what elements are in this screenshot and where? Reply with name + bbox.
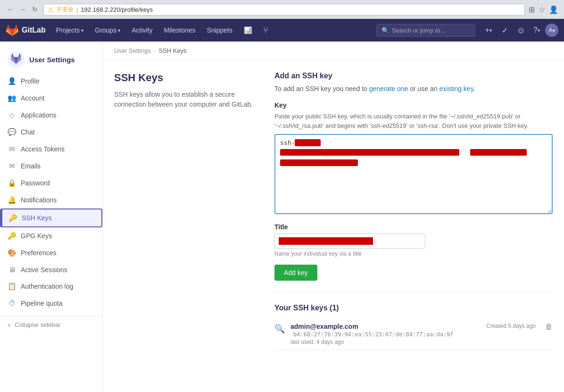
add-section-description: To add an SSH key you need to generate o… [274,84,553,94]
ssh-key-row: 🔍 admin@example.com b4:68:2f:7b:39:94:ea… [274,318,553,350]
warning-icon: ⚠ [48,6,54,13]
chevron-down-icon: ▾ [118,28,120,33]
sidebar-title: User Settings [29,56,75,64]
nav-groups[interactable]: Groups ▾ [90,19,125,42]
chat-icon: 💬 [8,128,16,136]
page-title: SSH Keys [114,72,256,84]
delete-key-button[interactable]: 🗑 [545,323,553,331]
add-ssh-key-section: Add an SSH key To add an SSH key you nee… [274,72,553,281]
nav-search[interactable]: 🔍 Search or jump to... [376,24,475,37]
key-name: admin@example.com [290,323,358,330]
nav-issues-icon[interactable]: ⊙ [513,23,528,38]
collapse-icon: « [8,321,11,328]
title-input[interactable] [274,234,425,249]
key-fingerprint-icon: 🔍 [274,324,285,334]
sidebar-item-auth-log[interactable]: 📋 Authentication log [0,278,102,295]
search-placeholder: Search or jump to... [392,27,445,34]
profile-icon[interactable]: 👤 [549,5,558,14]
forward-button[interactable]: → [18,5,27,14]
page-description: SSH keys allow you to establish a secure… [114,90,256,109]
nav-milestones[interactable]: Milestones [159,19,200,42]
nav-projects[interactable]: Projects ▾ [51,19,89,42]
nav-activity[interactable]: Activity [127,19,157,42]
gpg-keys-icon: 🔑 [8,232,16,240]
reload-button[interactable]: ↻ [30,5,40,14]
nav-help-button[interactable]: ?▾ [529,23,544,38]
title-hint: Name your individual key via a title [274,250,553,257]
sidebar-item-password[interactable]: 🔒 Password [0,175,102,192]
nav-chart-icon[interactable]: 📊 [239,19,257,42]
nav-todo-icon[interactable]: ✓ [497,23,512,38]
gitlab-logo[interactable]: GitLab [6,24,46,37]
sidebar-item-chat[interactable]: 💬 Chat [0,124,102,141]
gitlab-navbar: GitLab Projects ▾ Groups ▾ Activity Mile… [0,19,564,42]
gitlab-logo-text: GitLab [22,26,46,34]
content-left-panel: SSH Keys SSH keys allow you to establish… [114,72,256,350]
sidebar-item-ssh-keys[interactable]: 🔑 SSH Keys [0,209,102,227]
your-ssh-keys-section: Your SSH keys (1) 🔍 admin@example.com b4… [274,304,553,350]
access-tokens-icon: ✉ [8,145,16,153]
translate-icon[interactable]: ⊞ [529,5,535,14]
nav-icons-right: +▾ ✓ ⊙ ?▾ A▾ [481,23,558,38]
nav-snippets[interactable]: Snippets [202,19,237,42]
address-bar[interactable]: ⚠ 不安全 | 192.168.2.220/profile/keys [43,4,525,16]
sidebar-item-access-tokens[interactable]: ✉ Access Tokens [0,141,102,158]
generate-one-link[interactable]: generate one [369,85,408,92]
key-field-description: Paste your public SSH key, which is usua… [274,112,553,130]
existing-key-link[interactable]: existing key [440,85,473,92]
sidebar-item-pipeline-quota[interactable]: ⏱ Pipeline quota [0,295,102,311]
password-icon: 🔒 [8,179,16,187]
sidebar: User Settings 👤 Profile 👥 Account ◇ Appl… [0,42,103,392]
browser-icons: ⊞ ☆ 👤 [529,5,558,14]
breadcrumb-current: SSH Keys [158,47,186,54]
address-separator: | [76,6,78,13]
your-keys-title: Your SSH keys (1) [274,304,553,312]
title-field-label: Title [274,223,553,231]
profile-icon: 👤 [8,77,16,85]
nav-fork-icon[interactable]: ⑂ [258,19,273,42]
sidebar-item-profile[interactable]: 👤 Profile [0,73,102,90]
nav-plus-button[interactable]: +▾ [481,23,496,38]
breadcrumb-separator: › [154,47,156,54]
key-info: admin@example.com b4:68:2f:7b:39:94:ea:5… [290,323,481,345]
notifications-icon: 🔔 [8,196,16,204]
content-area: User Settings › SSH Keys SSH Keys SSH ke… [103,42,564,392]
chevron-down-icon: ▾ [81,28,83,33]
content-right-panel: Add an SSH key To add an SSH key you nee… [274,72,553,350]
key-last-used: last used: 4 days ago [290,339,481,345]
sidebar-item-applications[interactable]: ◇ Applications [0,107,102,124]
key-fingerprint: b4:68:2f:7b:39:94:ea:55:23:67:de:84:77:a… [293,331,454,338]
address-text: 192.168.2.220/profile/keys [81,6,153,13]
sidebar-item-gpg-keys[interactable]: 🔑 GPG Keys [0,227,102,244]
add-section-title: Add an SSH key [274,72,553,80]
browser-navigation: ← → ↻ [6,5,40,14]
applications-icon: ◇ [8,111,16,119]
pipeline-quota-icon: ⏱ [8,299,16,307]
add-key-button[interactable]: Add key [274,265,317,281]
sidebar-item-notifications[interactable]: 🔔 Notifications [0,192,102,209]
back-button[interactable]: ← [6,5,15,14]
ssh-keys-icon: 🔑 [8,214,17,222]
bookmark-icon[interactable]: ☆ [539,5,545,14]
content-inner: SSH Keys SSH keys allow you to establish… [103,60,564,362]
active-sessions-icon: 🖥 [8,266,16,274]
collapse-sidebar-button[interactable]: « Collapse sidebar [0,316,102,333]
sidebar-item-account[interactable]: 👥 Account [0,90,102,107]
account-icon: 👥 [8,94,16,102]
auth-log-icon: 📋 [8,282,16,291]
sidebar-header: User Settings [0,42,102,73]
key-field-label: Key [274,101,553,109]
sidebar-item-active-sessions[interactable]: 🖥 Active Sessions [0,261,102,278]
main-layout: User Settings 👤 Profile 👥 Account ◇ Appl… [0,42,564,392]
search-icon: 🔍 [382,27,389,34]
browser-bar: ← → ↻ ⚠ 不安全 | 192.168.2.220/profile/keys… [0,0,564,19]
sidebar-item-preferences[interactable]: 🎨 Preferences [0,244,102,261]
sidebar-item-emails[interactable]: ✉ Emails [0,158,102,175]
breadcrumb-parent[interactable]: User Settings [114,47,151,54]
key-created: Created 5 days ago [486,323,536,329]
nav-user-avatar[interactable]: A▾ [545,24,558,37]
emails-icon: ✉ [8,162,16,170]
warning-text: 不安全 [57,6,74,14]
ssh-key-textarea[interactable]: ssh-ed25519 <span class="redacted">█████… [274,134,553,214]
section-divider [274,292,553,292]
